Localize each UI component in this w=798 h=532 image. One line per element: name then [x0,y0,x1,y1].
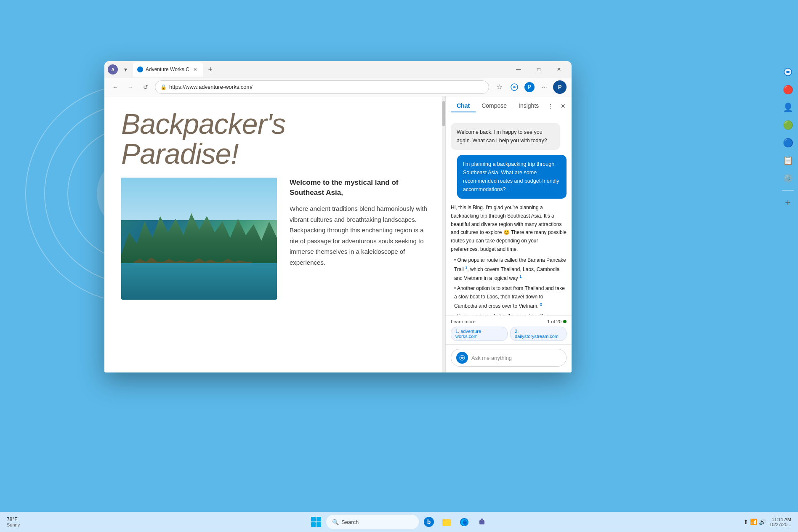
learn-more-links: 1. adventure-works.com 2. dailystorystre… [451,327,567,341]
copilot-header-actions: ⋮ ✕ [545,100,569,112]
title-bar: A ▾ Adventure Works C ✕ + — □ ✕ [104,61,572,78]
tab-bar: Adventure Works C ✕ + [133,62,507,77]
learn-more-link-2[interactable]: 2. dailystorystream.com [510,327,567,341]
wifi-icon[interactable]: 📶 [750,519,757,525]
sidebar-copilot-icon[interactable] [780,64,795,80]
tab-title: Adventure Works C [146,66,189,72]
tab-compose[interactable]: Compose [476,100,513,112]
lock-icon: 🔒 [160,84,167,90]
learn-more-label: Learn more: [451,319,477,324]
copilot-toolbar-icon[interactable] [508,80,521,94]
hero-title: Backpacker's Paradise! [121,109,428,169]
back-button[interactable]: ← [109,81,121,93]
hero-text: Where ancient traditions blend harmoniou… [290,203,428,268]
learn-more-header: Learn more: 1 of 20 [451,319,567,324]
message-ai-welcome: Welcome back. I'm happy to see you again… [451,123,560,150]
file-explorer-button[interactable] [439,514,454,529]
taskbar-weather[interactable]: 78°F Sunny [7,516,20,527]
scrollbar-track[interactable] [442,96,445,372]
message-user-1: I'm planning a backpacking trip through … [457,155,567,199]
sidebar-add-icon[interactable]: ＋ [780,195,795,210]
taskbar-time[interactable]: 11:11 AM 10/27/20... [769,517,791,527]
copilot-icon [456,352,468,364]
system-tray: ⬆ 📶 🔊 [743,519,766,525]
favorites-icon[interactable]: ☆ [492,80,506,94]
window-controls: — □ ✕ [509,63,568,76]
hero-subtitle: Welcome to the mystical land of Southeas… [290,178,428,198]
water-layer [121,263,277,300]
minimize-button[interactable]: — [509,63,528,76]
url-text: https://www.adventure-works.com/ [169,84,253,90]
chat-input-placeholder[interactable]: Ask me anything [471,355,561,361]
learn-more-section: Learn more: 1 of 20 1. adventure-works.c… [446,315,572,344]
tab-insights[interactable]: Insights [513,100,545,112]
sidebar-icon-4[interactable]: 🔵 [780,135,795,150]
tab-chat[interactable]: Chat [451,100,476,112]
learn-more-count: 1 of 20 [547,319,567,324]
svg-rect-7 [442,519,446,521]
taskbar-center: 🔍 Search b [309,514,489,529]
search-icon: 🔍 [332,519,339,525]
copilot-close-button[interactable]: ✕ [557,100,569,112]
browser-avatar[interactable]: A [108,64,118,74]
bing-button[interactable]: b [421,514,436,529]
sidebar-icon-5[interactable]: 📋 [780,153,795,168]
sidebar-divider [782,190,794,191]
profile-icon[interactable]: P [523,80,536,94]
new-tab-button[interactable]: + [205,64,216,75]
tab-close-button[interactable]: ✕ [192,66,199,73]
hero-body: Welcome to the mystical land of Southeas… [121,178,428,300]
network-icon[interactable]: ⬆ [743,519,748,525]
svg-point-8 [463,522,467,524]
learn-more-link-1[interactable]: 1. adventure-works.com [451,327,508,341]
volume-icon[interactable]: 🔊 [759,519,766,525]
close-button[interactable]: ✕ [550,63,568,76]
copilot-more-button[interactable]: ⋮ [545,100,556,112]
toolbar-icons: ☆ P ⋯ P [492,80,567,94]
url-bar[interactable]: 🔒 https://www.adventure-works.com/ [155,80,489,94]
history-button[interactable]: ▾ [120,64,130,74]
edge-button[interactable] [457,514,472,529]
teams-button[interactable] [474,514,489,529]
forward-button[interactable]: → [125,81,136,93]
svg-rect-6 [442,520,451,526]
profile-avatar[interactable]: P [553,80,567,94]
svg-text:b: b [427,519,431,525]
svg-rect-11 [481,521,483,521]
hero-description: Welcome to the mystical land of Southeas… [290,178,428,300]
copilot-panel: Chat Compose Insights ⋮ ✕ Welcome back. … [445,96,572,372]
chat-input-area: Ask me anything [446,344,572,372]
hero-image [121,178,277,300]
copilot-header: Chat Compose Insights ⋮ ✕ [446,96,572,116]
maximize-button[interactable]: □ [529,63,548,76]
start-button[interactable] [309,514,324,529]
taskbar-left: 78°F Sunny [7,516,25,527]
status-dot [563,320,567,323]
right-sidebar: 🔴 👤 🟢 🔵 📋 ⚙️ ＋ [778,61,798,271]
refresh-button[interactable]: ↺ [140,81,152,93]
more-button[interactable]: ⋯ [538,80,551,94]
hero-section: Backpacker's Paradise! Welcome to the my… [104,96,445,312]
sky-layer [121,178,277,221]
web-content: Backpacker's Paradise! Welcome to the my… [104,96,445,372]
windows-logo [311,517,321,527]
taskbar-right: ⬆ 📶 🔊 11:11 AM 10/27/20... [743,517,791,527]
taskbar-search[interactable]: 🔍 Search [326,515,419,529]
sidebar-icon-2[interactable]: 👤 [780,100,795,115]
browser-window: A ▾ Adventure Works C ✕ + — □ ✕ ← → ↺ 🔒 … [104,61,572,372]
scrollbar-thumb[interactable] [442,101,445,126]
sidebar-icon-1[interactable]: 🔴 [780,82,795,97]
chat-messages[interactable]: Welcome back. I'm happy to see you again… [446,116,572,315]
active-tab[interactable]: Adventure Works C ✕ [133,62,203,77]
chat-input-box[interactable]: Ask me anything [451,349,567,367]
sidebar-icon-3[interactable]: 🟢 [780,117,795,133]
message-ai-response: Hi, this is Bing. I'm glad you're planni… [451,204,567,315]
tab-favicon [137,66,143,72]
sidebar-icon-6[interactable]: ⚙️ [780,170,795,186]
address-bar: ← → ↺ 🔒 https://www.adventure-works.com/… [104,78,572,96]
hero-image-scene [121,178,277,300]
page-content: Backpacker's Paradise! Welcome to the my… [104,96,572,372]
taskbar: 78°F Sunny 🔍 Search b [0,512,798,532]
